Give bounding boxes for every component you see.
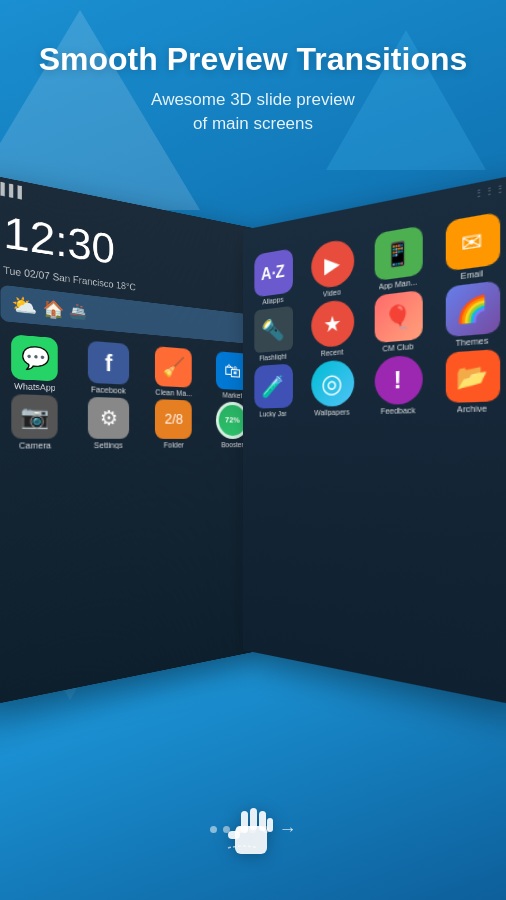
archive-label: Archive (457, 404, 487, 413)
app-cleanmaster[interactable]: 🧹 Clean Ma... (143, 345, 203, 398)
settings-label: Settings (94, 441, 123, 450)
flashlight-icon: 🔦 (254, 306, 293, 353)
hand-svg (223, 796, 283, 866)
feedback-icon: ! (374, 354, 422, 405)
app-grid-left: 💬 WhatsApp f Facebook 🧹 Clean Ma... 🛍 Ma… (0, 323, 263, 461)
luckyjar-label: Lucky Jar (259, 410, 286, 418)
app-flashlight[interactable]: 🔦 Flashlight (247, 305, 299, 363)
app-feedback[interactable]: ! Feedback (366, 354, 431, 416)
svg-rect-1 (228, 831, 240, 839)
left-panel: ▌▌▌ 🔋 12:30 Tue 02/07 San Francisco 18°C… (0, 175, 263, 706)
app-settings[interactable]: ⚙ Settings (74, 396, 141, 450)
app-luckyjar[interactable]: 🧪 Lucky Jar (247, 363, 299, 418)
header: Smooth Preview Transitions Awesome 3D sl… (0, 40, 506, 136)
main-subtitle: Awesome 3D slide previewof main screens (0, 88, 506, 136)
app-allapps[interactable]: A·Z Allapps (247, 247, 299, 307)
flashlight-label: Flashlight (259, 352, 286, 361)
app-recent[interactable]: ★ Recent (303, 297, 361, 358)
feedback-label: Feedback (380, 406, 415, 415)
folder-icon: 2/8 (155, 399, 192, 439)
app-wallpapers[interactable]: ◎ Wallpapers (303, 359, 361, 417)
settings-icon: ⚙ (88, 396, 129, 438)
right-panel: ⋮⋮⋮ A·Z Allapps ▶ Video 📱 App Man... ✉ E… (243, 175, 506, 706)
app-facebook[interactable]: f Facebook (74, 340, 141, 397)
cleanmaster-icon: 🧹 (155, 346, 192, 387)
svg-rect-4 (259, 811, 266, 831)
cube-container: ▌▌▌ 🔋 12:30 Tue 02/07 San Francisco 18°C… (10, 210, 496, 680)
booster-label: Booster (221, 441, 243, 449)
folder-label: Folder (164, 441, 184, 449)
dot-1 (210, 826, 217, 833)
svg-rect-5 (267, 818, 273, 832)
app-folder[interactable]: 2/8 Folder (143, 398, 203, 449)
market-label: Market (223, 391, 243, 400)
hand-gesture (223, 796, 283, 870)
wallpapers-icon: ◎ (311, 359, 354, 407)
allapps-icon: A·Z (254, 248, 293, 297)
wallpapers-label: Wallpapers (314, 408, 349, 416)
main-title: Smooth Preview Transitions (0, 40, 506, 78)
luckyjar-icon: 🧪 (254, 364, 293, 409)
cube-wrapper: ▌▌▌ 🔋 12:30 Tue 02/07 San Francisco 18°C… (13, 230, 493, 660)
svg-rect-3 (250, 808, 257, 830)
svg-rect-2 (241, 811, 248, 833)
